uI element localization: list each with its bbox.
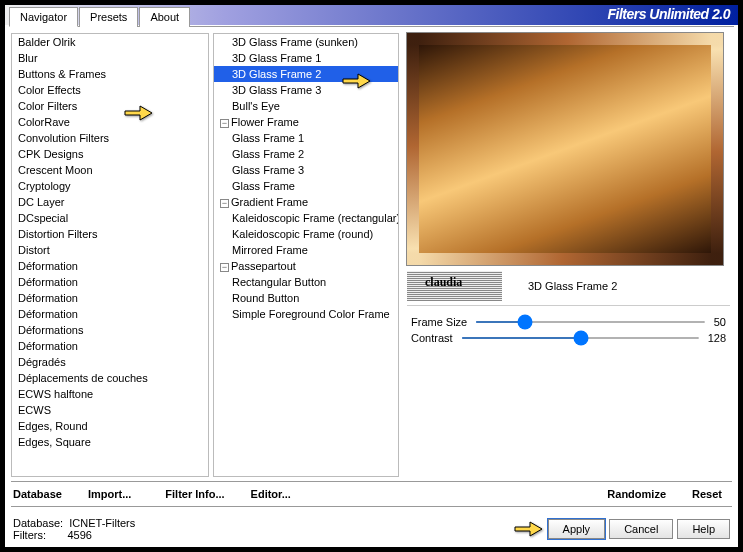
category-item[interactable]: Convolution Filters — [12, 130, 208, 146]
pointer-hand-icon — [512, 517, 546, 543]
filter-item[interactable]: 3D Glass Frame 1 — [214, 50, 398, 66]
collapse-icon[interactable]: − — [220, 119, 229, 128]
filter-item-label: Simple Foreground Color Frame — [232, 308, 390, 320]
category-item[interactable]: ECWS halftone — [12, 386, 208, 402]
category-item[interactable]: ColorRave — [12, 114, 208, 130]
filter-item[interactable]: Glass Frame 2 — [214, 146, 398, 162]
filter-item[interactable]: −Passepartout — [214, 258, 398, 274]
pointer-hand-icon — [340, 69, 374, 95]
collapse-icon[interactable]: − — [220, 199, 229, 208]
filter-item-label: Passepartout — [231, 260, 296, 272]
database-button[interactable]: Database — [13, 488, 62, 500]
right-panel: 3D Glass Frame 2 Frame Size50Contrast128 — [405, 33, 732, 477]
filter-item-label: Glass Frame — [232, 180, 295, 192]
pointer-hand-icon — [122, 101, 156, 127]
param-label: Frame Size — [411, 316, 467, 328]
category-item[interactable]: CPK Designs — [12, 146, 208, 162]
filter-item-label: Round Button — [232, 292, 299, 304]
category-item[interactable]: Distortion Filters — [12, 226, 208, 242]
filter-item-label: Mirrored Frame — [232, 244, 308, 256]
filter-title-row: 3D Glass Frame 2 — [405, 271, 732, 301]
cancel-button[interactable]: Cancel — [609, 519, 673, 539]
filter-item-label: 3D Glass Frame 2 — [232, 68, 321, 80]
help-button[interactable]: Help — [677, 519, 730, 539]
parameters: Frame Size50Contrast128 — [409, 314, 732, 346]
category-item[interactable]: ECWS — [12, 402, 208, 418]
param-label: Contrast — [411, 332, 453, 344]
category-item[interactable]: Déformation — [12, 274, 208, 290]
filter-item-label: Glass Frame 3 — [232, 164, 304, 176]
action-bar-1: Database Import... Filter Info... Editor… — [5, 486, 738, 502]
param-row: Contrast128 — [409, 330, 732, 346]
param-row: Frame Size50 — [409, 314, 732, 330]
filter-item[interactable]: Glass Frame — [214, 178, 398, 194]
filter-info-button[interactable]: Filter Info... — [165, 488, 224, 500]
filter-item[interactable]: Rectangular Button — [214, 274, 398, 290]
import-button[interactable]: Import... — [88, 488, 131, 500]
filter-item-label: Kaleidoscopic Frame (round) — [232, 228, 373, 240]
reset-button[interactable]: Reset — [692, 488, 722, 500]
status-info: Database: ICNET-Filters Filters: 4596 — [13, 517, 135, 541]
filter-item[interactable]: Simple Foreground Color Frame — [214, 306, 398, 322]
category-item[interactable]: Distort — [12, 242, 208, 258]
filters-count: 4596 — [67, 529, 91, 541]
preview-image — [407, 33, 723, 265]
category-item[interactable]: Edges, Round — [12, 418, 208, 434]
param-value: 128 — [708, 332, 726, 344]
filter-item-label: Kaleidoscopic Frame (rectangular) — [232, 212, 398, 224]
filter-item[interactable]: Kaleidoscopic Frame (rectangular) — [214, 210, 398, 226]
category-item[interactable]: Color Effects — [12, 82, 208, 98]
filter-item[interactable]: Bull's Eye — [214, 98, 398, 114]
category-item[interactable]: Dégradés — [12, 354, 208, 370]
filter-item-label: 3D Glass Frame 3 — [232, 84, 321, 96]
filter-item[interactable]: −Gradient Frame — [214, 194, 398, 210]
category-item[interactable]: Blur — [12, 50, 208, 66]
filter-list[interactable]: 3D Glass Frame (sunken)3D Glass Frame 13… — [214, 34, 398, 476]
apply-button[interactable]: Apply — [548, 519, 606, 539]
collapse-icon[interactable]: − — [220, 263, 229, 272]
vendor-logo — [407, 271, 502, 301]
category-item[interactable]: Déformation — [12, 306, 208, 322]
filter-item-label: Rectangular Button — [232, 276, 326, 288]
category-item[interactable]: Crescent Moon — [12, 162, 208, 178]
category-item[interactable]: DC Layer — [12, 194, 208, 210]
filter-item-label: Glass Frame 2 — [232, 148, 304, 160]
filter-item[interactable]: Round Button — [214, 290, 398, 306]
filter-item[interactable]: Glass Frame 1 — [214, 130, 398, 146]
param-slider[interactable] — [461, 337, 700, 339]
category-item[interactable]: Déplacements de couches — [12, 370, 208, 386]
param-value: 50 — [714, 316, 726, 328]
db-name: ICNET-Filters — [69, 517, 135, 529]
filter-item[interactable]: 3D Glass Frame (sunken) — [214, 34, 398, 50]
filter-item-label: Gradient Frame — [231, 196, 308, 208]
db-label: Database: — [13, 517, 63, 529]
category-item[interactable]: Déformation — [12, 290, 208, 306]
category-item[interactable]: Déformation — [12, 258, 208, 274]
filter-item[interactable]: Kaleidoscopic Frame (round) — [214, 226, 398, 242]
filter-item[interactable]: Mirrored Frame — [214, 242, 398, 258]
category-item[interactable]: Déformation — [12, 338, 208, 354]
randomize-button[interactable]: Randomize — [607, 488, 666, 500]
filters-label: Filters: — [13, 529, 46, 541]
tab-about[interactable]: About — [139, 7, 190, 27]
category-item[interactable]: Buttons & Frames — [12, 66, 208, 82]
filter-list-container: 3D Glass Frame (sunken)3D Glass Frame 13… — [213, 33, 399, 477]
category-item[interactable]: Déformations — [12, 322, 208, 338]
tab-navigator[interactable]: Navigator — [9, 7, 78, 27]
selected-filter-name: 3D Glass Frame 2 — [528, 280, 617, 292]
category-list[interactable]: Balder OlrikBlurButtons & FramesColor Ef… — [12, 34, 208, 476]
category-list-container: Balder OlrikBlurButtons & FramesColor Ef… — [11, 33, 209, 477]
param-slider[interactable] — [475, 321, 706, 323]
filter-item[interactable]: −Flower Frame — [214, 114, 398, 130]
tab-presets[interactable]: Presets — [79, 7, 138, 27]
category-item[interactable]: Cryptology — [12, 178, 208, 194]
category-item[interactable]: Edges, Square — [12, 434, 208, 450]
editor-button[interactable]: Editor... — [251, 488, 291, 500]
category-item[interactable]: Color Filters — [12, 98, 208, 114]
filter-item-label: 3D Glass Frame 1 — [232, 52, 321, 64]
action-bar-2: Database: ICNET-Filters Filters: 4596 Ap… — [5, 511, 738, 545]
filter-item-label: Glass Frame 1 — [232, 132, 304, 144]
filter-item[interactable]: Glass Frame 3 — [214, 162, 398, 178]
category-item[interactable]: Balder Olrik — [12, 34, 208, 50]
category-item[interactable]: DCspecial — [12, 210, 208, 226]
